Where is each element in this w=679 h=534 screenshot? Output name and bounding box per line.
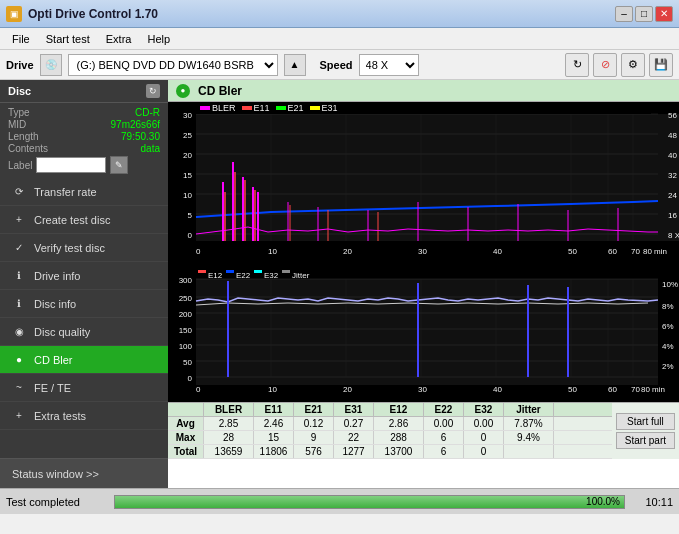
- minimize-button[interactable]: –: [615, 6, 633, 22]
- menu-help[interactable]: Help: [139, 31, 178, 47]
- max-e12: 288: [374, 431, 424, 444]
- menu-extra[interactable]: Extra: [98, 31, 140, 47]
- svg-text:2%: 2%: [662, 362, 674, 371]
- svg-text:0: 0: [196, 247, 201, 256]
- eject-button[interactable]: ▲: [284, 54, 306, 76]
- create-disc-icon: +: [12, 213, 26, 227]
- menu-start-test[interactable]: Start test: [38, 31, 98, 47]
- sidebar-item-disc-info[interactable]: ℹ Disc info: [0, 290, 168, 318]
- type-value: CD-R: [135, 107, 160, 118]
- disc-info-icon: ℹ: [12, 297, 26, 311]
- sidebar-item-fe-te[interactable]: ~ FE / TE: [0, 374, 168, 402]
- start-part-button[interactable]: Start part: [616, 432, 675, 449]
- stats-area: BLER E11 E21 E31 E12 E22 E32 Jitter Avg …: [168, 402, 679, 459]
- avg-e12: 2.86: [374, 417, 424, 430]
- svg-text:25: 25: [183, 131, 192, 140]
- refresh-button[interactable]: ↻: [565, 53, 589, 77]
- save-button[interactable]: 💾: [649, 53, 673, 77]
- sidebar-item-label: Disc info: [34, 298, 76, 310]
- mid-value: 97m26s66f: [111, 119, 160, 130]
- col-header-bler: BLER: [204, 403, 254, 416]
- sidebar-item-drive-info[interactable]: ℹ Drive info: [0, 262, 168, 290]
- maximize-button[interactable]: □: [635, 6, 653, 22]
- fe-te-icon: ~: [12, 381, 26, 395]
- max-e31: 22: [334, 431, 374, 444]
- status-time: 10:11: [633, 496, 673, 508]
- avg-e31: 0.27: [334, 417, 374, 430]
- svg-text:30: 30: [183, 111, 192, 120]
- label-edit-btn[interactable]: ✎: [110, 156, 128, 174]
- chart-title: CD Bler: [198, 84, 242, 98]
- svg-text:30: 30: [418, 247, 427, 256]
- stats-avg-row: Avg 2.85 2.46 0.12 0.27 2.86 0.00 0.00 7…: [168, 417, 612, 431]
- speed-label: Speed: [320, 59, 353, 71]
- cd-bler-icon: ●: [12, 353, 26, 367]
- toolbar-icons: ↻ ⊘ ⚙ 💾: [565, 53, 673, 77]
- progress-bar: 100.0%: [114, 495, 625, 509]
- svg-text:40: 40: [493, 247, 502, 256]
- svg-text:100: 100: [179, 342, 193, 351]
- svg-text:6%: 6%: [662, 322, 674, 331]
- svg-text:50: 50: [568, 385, 577, 394]
- progress-bar-fill: [115, 496, 624, 508]
- stats-buttons: Start full Start part: [612, 403, 679, 459]
- legend-bler: BLER: [200, 103, 236, 113]
- sidebar-item-label: Create test disc: [34, 214, 110, 226]
- drive-select[interactable]: (G:) BENQ DVD DD DW1640 BSRB: [68, 54, 278, 76]
- sidebar-item-cd-bler[interactable]: ● CD Bler: [0, 346, 168, 374]
- svg-text:40: 40: [493, 385, 502, 394]
- erase-button[interactable]: ⊘: [593, 53, 617, 77]
- max-e21: 9: [294, 431, 334, 444]
- content-area: ● CD Bler BLER E11 E21: [168, 80, 679, 488]
- stats-container: BLER E11 E21 E31 E12 E22 E32 Jitter Avg …: [168, 403, 679, 459]
- stats-header-row: BLER E11 E21 E31 E12 E22 E32 Jitter: [168, 403, 612, 417]
- col-header-e22: E22: [424, 403, 464, 416]
- svg-text:40 X: 40 X: [668, 151, 679, 160]
- sidebar-item-label: Drive info: [34, 270, 80, 282]
- svg-text:32 X: 32 X: [668, 171, 679, 180]
- svg-text:48 X: 48 X: [668, 131, 679, 140]
- svg-text:20: 20: [343, 247, 352, 256]
- svg-rect-62: [226, 270, 234, 273]
- avg-e22: 0.00: [424, 417, 464, 430]
- settings-button[interactable]: ⚙: [621, 53, 645, 77]
- menu-file[interactable]: File: [4, 31, 38, 47]
- total-jitter: [504, 445, 554, 458]
- col-header-e21: E21: [294, 403, 334, 416]
- mid-label: MID: [8, 119, 26, 130]
- bler-color: [200, 106, 210, 110]
- max-e22: 6: [424, 431, 464, 444]
- statusbar: Test completed 100.0% 10:11: [0, 488, 679, 514]
- start-full-button[interactable]: Start full: [616, 413, 675, 430]
- top-chart-svg: 30 25 20 15 10 5 0 56 X 48 X 40 X 32 X 2…: [168, 102, 679, 257]
- length-label: Length: [8, 131, 39, 142]
- label-row: Label ✎: [8, 156, 160, 174]
- speed-select[interactable]: 48 X: [359, 54, 419, 76]
- svg-text:70: 70: [631, 385, 640, 394]
- sidebar-item-transfer-rate[interactable]: ⟳ Transfer rate: [0, 178, 168, 206]
- svg-text:60: 60: [608, 247, 617, 256]
- drive-icon: 💿: [40, 54, 62, 76]
- close-button[interactable]: ✕: [655, 6, 673, 22]
- total-e22: 6: [424, 445, 464, 458]
- sidebar-item-disc-quality[interactable]: ◉ Disc quality: [0, 318, 168, 346]
- contents-value: data: [141, 143, 160, 154]
- sidebar-item-extra-tests[interactable]: + Extra tests: [0, 402, 168, 430]
- status-text: Test completed: [6, 496, 106, 508]
- svg-text:60: 60: [608, 385, 617, 394]
- legend-e11: E11: [242, 103, 270, 113]
- status-window-button[interactable]: Status window >>: [0, 458, 168, 488]
- disc-refresh-btn[interactable]: ↻: [146, 84, 160, 98]
- svg-text:16 X: 16 X: [668, 211, 679, 220]
- stats-total-row: Total 13659 11806 576 1277 13700 6 0: [168, 445, 612, 459]
- sidebar-item-create-test-disc[interactable]: + Create test disc: [0, 206, 168, 234]
- svg-text:80 min: 80 min: [643, 247, 667, 256]
- sidebar-item-verify-test-disc[interactable]: ✓ Verify test disc: [0, 234, 168, 262]
- label-input[interactable]: [36, 157, 106, 173]
- svg-text:20: 20: [183, 151, 192, 160]
- sidebar-item-label: Disc quality: [34, 326, 90, 338]
- bottom-chart-svg: E12 E22 E32 Jitter: [168, 257, 679, 402]
- e21-color: [276, 106, 286, 110]
- total-e32: 0: [464, 445, 504, 458]
- e31-label: E31: [322, 103, 338, 113]
